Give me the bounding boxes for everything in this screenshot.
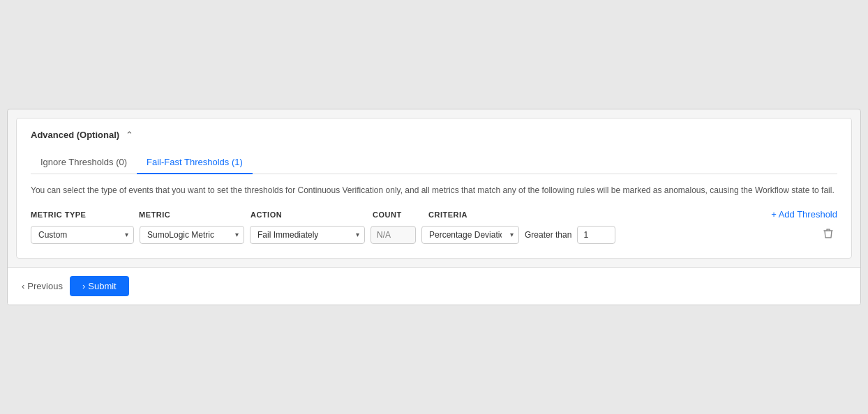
tabs-container: Ignore Thresholds (0) Fail-Fast Threshol… (31, 151, 837, 174)
metric-wrapper: SumoLogic Metric Other Metric (140, 226, 244, 244)
collapse-icon[interactable]: ⌃ (125, 131, 133, 139)
submit-button[interactable]: › Submit (70, 276, 129, 296)
section-title: Advanced (Optional) (31, 130, 119, 140)
action-wrapper: Fail Immediately Fail After Multiple Occ… (250, 226, 365, 244)
tab-failfast-thresholds[interactable]: Fail-Fast Thresholds (1) (137, 151, 253, 174)
previous-chevron-icon: ‹ (22, 281, 24, 291)
add-threshold-container: + Add Threshold (771, 209, 837, 220)
col-header-action: ACTION (250, 210, 373, 219)
count-input[interactable] (371, 226, 416, 244)
threshold-row: Custom Infrastructure Performance SumoLo… (31, 225, 837, 244)
footer: ‹ Previous › Submit (8, 267, 860, 305)
trash-icon (823, 228, 833, 239)
page-container: Advanced (Optional) ⌃ Ignore Thresholds … (7, 109, 861, 305)
metric-type-select[interactable]: Custom Infrastructure Performance (31, 226, 134, 244)
col-header-count: COUNT (373, 210, 428, 219)
comparator-label: Greater than (525, 230, 571, 240)
criteria-wrapper: Percentage Deviation Absolute Value (421, 226, 519, 244)
delete-threshold-button[interactable] (819, 225, 837, 244)
metric-select[interactable]: SumoLogic Metric Other Metric (140, 226, 244, 244)
col-header-metric: METRIC (139, 210, 250, 219)
criteria-select[interactable]: Percentage Deviation Absolute Value (421, 226, 519, 244)
submit-icon: › (82, 281, 85, 291)
main-panel: Advanced (Optional) ⌃ Ignore Thresholds … (16, 118, 852, 259)
table-header: METRIC TYPE METRIC ACTION COUNT CRITERIA… (31, 209, 837, 220)
col-header-metric-type: METRIC TYPE (31, 210, 139, 219)
previous-label: Previous (27, 281, 63, 291)
tab-ignore-thresholds[interactable]: Ignore Thresholds (0) (31, 151, 137, 174)
action-select[interactable]: Fail Immediately Fail After Multiple Occ… (250, 226, 365, 244)
add-threshold-button[interactable]: + Add Threshold (771, 209, 837, 220)
threshold-value-input[interactable] (577, 226, 615, 244)
previous-button[interactable]: ‹ Previous (22, 277, 63, 296)
section-header: Advanced (Optional) ⌃ (31, 130, 837, 140)
submit-label: Submit (88, 281, 116, 291)
col-header-criteria: CRITERIA (428, 210, 771, 219)
metric-type-wrapper: Custom Infrastructure Performance (31, 226, 134, 244)
description-text: You can select the type of events that y… (31, 184, 837, 197)
